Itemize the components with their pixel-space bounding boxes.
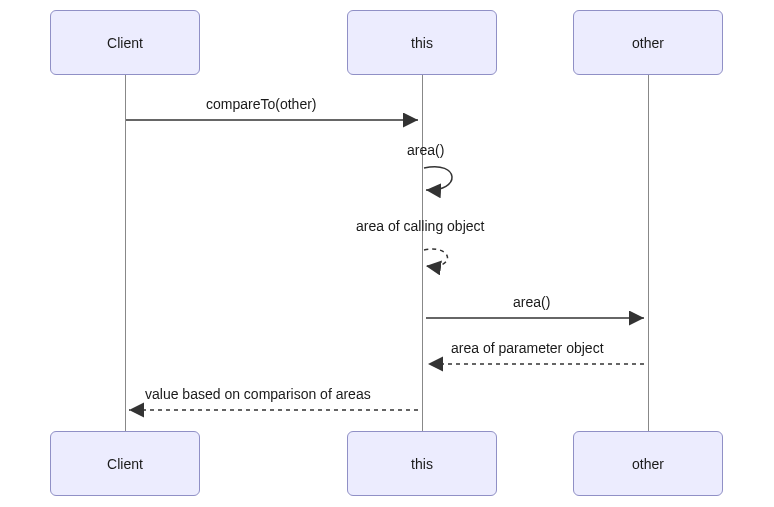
- sequence-diagram: Client this other Client this other: [0, 0, 774, 507]
- label-area-self: area(): [407, 142, 444, 158]
- label-area-param-return: area of parameter object: [451, 340, 604, 356]
- label-final-return: value based on comparison of areas: [145, 386, 371, 402]
- label-area-other: area(): [513, 294, 550, 310]
- arrow-self-area-call: [424, 167, 452, 190]
- label-compareto: compareTo(other): [206, 96, 317, 112]
- arrow-self-area-return: [424, 249, 448, 266]
- arrows-layer: [0, 0, 774, 507]
- label-area-calling-return: area of calling object: [356, 218, 484, 234]
